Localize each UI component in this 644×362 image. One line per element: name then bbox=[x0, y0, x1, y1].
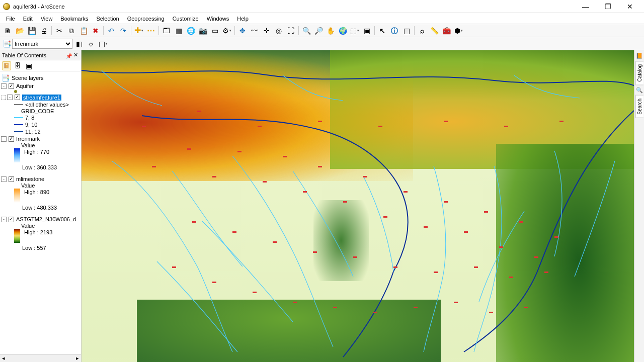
expand-toggle[interactable]: - bbox=[1, 136, 7, 142]
menu-view[interactable]: View bbox=[37, 13, 57, 24]
toc-horizontal-scrollbar[interactable]: ◂ ▸ bbox=[0, 354, 81, 362]
menu-bookmarks[interactable]: Bookmarks bbox=[56, 13, 92, 24]
contrast-button[interactable]: ◧ bbox=[73, 38, 85, 49]
visibility-checkbox[interactable] bbox=[9, 83, 14, 89]
delete-button[interactable] bbox=[90, 25, 101, 36]
menu-edit[interactable]: Edit bbox=[19, 13, 37, 24]
open-button[interactable] bbox=[14, 25, 25, 36]
menu-help[interactable]: Help bbox=[233, 13, 253, 24]
fly-button[interactable] bbox=[249, 25, 260, 36]
scene-viewport[interactable] bbox=[82, 50, 634, 362]
scroll-left-button[interactable]: ◂ bbox=[0, 355, 7, 361]
save-button[interactable] bbox=[26, 25, 37, 36]
line-symbol bbox=[14, 104, 23, 105]
expand-toggle[interactable]: - bbox=[1, 217, 7, 222]
layer-label[interactable]: ASTGTM2_N30W006_d bbox=[16, 216, 76, 222]
visibility-checkbox[interactable] bbox=[9, 176, 14, 182]
pin-icon[interactable] bbox=[66, 52, 72, 59]
color-ramp bbox=[14, 148, 20, 162]
visibility-checkbox[interactable] bbox=[15, 95, 20, 100]
menu-selection[interactable]: Selection bbox=[92, 13, 123, 24]
color-ramp bbox=[14, 189, 20, 203]
catalog-tab[interactable]: Catalog bbox=[635, 61, 643, 85]
low-label: Low : 480.333 bbox=[22, 205, 80, 211]
globe-button[interactable] bbox=[337, 25, 348, 36]
layer-label[interactable]: mlimestone bbox=[16, 176, 44, 182]
toc-tabs: ▣ bbox=[0, 60, 81, 71]
identify-button[interactable] bbox=[389, 25, 400, 36]
layer-label[interactable]: Irrenmark bbox=[16, 136, 40, 142]
zoom-in-button[interactable] bbox=[301, 25, 312, 36]
minimize-button[interactable]: — bbox=[575, 0, 597, 13]
menu-file[interactable]: File bbox=[2, 13, 19, 24]
scroll-track[interactable] bbox=[7, 355, 74, 362]
brightness-button[interactable]: ☼ bbox=[86, 38, 97, 49]
pan-button[interactable] bbox=[325, 25, 336, 36]
3d-effects-button[interactable] bbox=[453, 25, 464, 36]
toc-body: Scene layers - Aquifer - bbox=[0, 71, 81, 362]
high-label: High : 890 bbox=[24, 189, 49, 203]
zoom-out-button[interactable] bbox=[313, 25, 324, 36]
field-heading: GRID_CODE bbox=[21, 108, 80, 114]
settings-button[interactable] bbox=[221, 25, 232, 36]
expand-toggle[interactable]: - bbox=[1, 176, 7, 182]
paste-button[interactable] bbox=[78, 25, 89, 36]
layer-label[interactable]: Aquifer bbox=[16, 83, 34, 89]
full-extent-button[interactable] bbox=[285, 25, 296, 36]
menu-windows[interactable]: Windows bbox=[203, 13, 233, 24]
expand-toggle[interactable]: - bbox=[7, 95, 13, 100]
transparency-button[interactable]: ▤ bbox=[98, 38, 109, 49]
undo-button[interactable] bbox=[106, 25, 117, 36]
class-label: 7; 8 bbox=[25, 115, 34, 121]
add-data-button[interactable] bbox=[133, 25, 144, 36]
catalog-button[interactable] bbox=[185, 25, 196, 36]
toc-header: Table Of Contents ✕ bbox=[0, 50, 81, 60]
maximize-button[interactable]: ❐ bbox=[597, 0, 619, 13]
cut-button[interactable] bbox=[54, 25, 65, 36]
scene-layers-root[interactable]: Scene layers bbox=[1, 73, 80, 82]
navigate-button[interactable] bbox=[237, 25, 248, 36]
high-label: High : 2193 bbox=[24, 229, 52, 243]
toc-button[interactable] bbox=[173, 25, 184, 36]
list-by-source-tab[interactable] bbox=[13, 61, 22, 70]
find-button[interactable] bbox=[417, 25, 428, 36]
catalog-icon: 📙 bbox=[636, 52, 643, 59]
clear-selection-button[interactable] bbox=[361, 25, 372, 36]
expand-toggle[interactable]: - bbox=[1, 83, 7, 89]
menu-customize[interactable]: Customize bbox=[169, 13, 203, 24]
streams-overlay bbox=[82, 50, 634, 362]
pointer-button[interactable] bbox=[377, 25, 388, 36]
menu-geoprocessing[interactable]: Geoprocessing bbox=[123, 13, 169, 24]
layer-astgtm2: - ASTGTM2_N30W006_d Value High : 2193 Lo… bbox=[1, 216, 80, 251]
center-button[interactable] bbox=[261, 25, 272, 36]
scene-layers-label: Scene layers bbox=[12, 75, 44, 81]
list-by-drawing-tab[interactable] bbox=[2, 61, 11, 70]
toc-close-button[interactable]: ✕ bbox=[72, 52, 79, 58]
scroll-right-button[interactable]: ▸ bbox=[74, 355, 81, 361]
viewer-button[interactable] bbox=[209, 25, 220, 36]
list-by-selection-tab[interactable]: ▣ bbox=[24, 61, 33, 70]
search-tab[interactable]: Search bbox=[635, 95, 643, 118]
layer-label[interactable]: streamfeature1 bbox=[22, 95, 61, 101]
visibility-checkbox[interactable] bbox=[9, 136, 14, 142]
table-button[interactable] bbox=[401, 25, 412, 36]
separator bbox=[414, 26, 415, 35]
close-button[interactable]: ✕ bbox=[619, 0, 641, 13]
snapshot-button[interactable] bbox=[197, 25, 208, 36]
copy-button[interactable] bbox=[66, 25, 77, 36]
subwindow-button[interactable] bbox=[161, 25, 172, 36]
select-features-button[interactable] bbox=[349, 25, 360, 36]
add-more-button[interactable] bbox=[145, 25, 156, 36]
separator bbox=[131, 26, 131, 35]
measure-button[interactable] bbox=[429, 25, 440, 36]
layer-select[interactable]: Irrenmark bbox=[12, 39, 72, 49]
class-label: 9; 10 bbox=[25, 122, 37, 128]
new-button[interactable] bbox=[2, 25, 13, 36]
target-button[interactable] bbox=[273, 25, 284, 36]
visibility-checkbox[interactable] bbox=[9, 217, 14, 222]
layer-streamfeature1: - streamfeature1 <all other values> GRID… bbox=[1, 94, 80, 135]
value-heading: Value bbox=[21, 223, 80, 229]
print-button[interactable] bbox=[38, 25, 49, 36]
redo-button[interactable] bbox=[118, 25, 129, 36]
toolbox-button[interactable] bbox=[441, 25, 452, 36]
